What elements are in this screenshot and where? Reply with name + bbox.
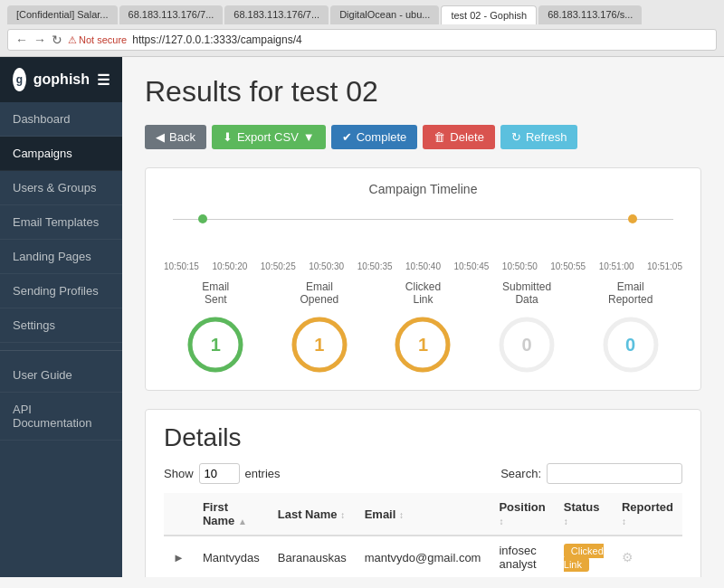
sidebar-item-dashboard[interactable]: Dashboard: [0, 102, 122, 137]
url-display[interactable]: https://127.0.0.1:3333/campaigns/4: [132, 33, 709, 46]
back-nav-button[interactable]: ←: [15, 33, 28, 47]
sidebar-item-settings[interactable]: Settings: [0, 308, 122, 343]
browser-chrome: [Confidential] Salar... 68.183.113.176/7…: [0, 0, 724, 57]
browser-tab-2[interactable]: 68.183.113.176/7...: [224, 5, 329, 24]
sidebar-item-api-docs[interactable]: API Documentation: [0, 393, 122, 441]
stat-email-opened-label: EmailOpened: [288, 280, 351, 306]
search-label: Search:: [500, 467, 541, 480]
col-position[interactable]: Position ↕: [490, 493, 554, 536]
col-reported[interactable]: Reported ↕: [613, 493, 682, 536]
sidebar-item-settings-label: Settings: [13, 318, 55, 332]
entries-input[interactable]: [199, 463, 240, 484]
sidebar-divider: [0, 350, 122, 351]
browser-tab-5[interactable]: 68.183.113.176/s...: [538, 5, 642, 24]
browser-tabs: [Confidential] Salar... 68.183.113.176/7…: [7, 5, 717, 24]
refresh-icon: ↻: [511, 130, 521, 144]
status-badge: Clicked Link: [564, 544, 604, 572]
details-table: First Name ▲ Last Name ↕ Email ↕ Positio…: [164, 493, 682, 577]
sort-icon-reported: ↕: [622, 517, 626, 526]
check-icon: ✔: [342, 130, 352, 144]
cell-reported: ⚙: [613, 536, 682, 577]
delete-button[interactable]: 🗑 Delete: [423, 125, 495, 149]
dropdown-icon: ▼: [303, 130, 315, 144]
sidebar-item-landing-pages-label: Landing Pages: [13, 250, 91, 263]
sidebar-item-users-label: Users & Groups: [13, 181, 96, 194]
sidebar-item-dashboard-label: Dashboard: [13, 112, 71, 126]
back-icon: ◀: [156, 130, 165, 144]
sort-icon-email: ↕: [399, 510, 404, 520]
col-email[interactable]: Email ↕: [356, 493, 491, 536]
main-content: Results for test 02 ◀ ◄ Back Back ⬇ Expo…: [122, 57, 724, 577]
trash-icon: 🗑: [433, 130, 445, 144]
timeline-title: Campaign Timeline: [164, 182, 682, 196]
forward-nav-button[interactable]: →: [33, 33, 46, 47]
refresh-button[interactable]: ↻ Refresh: [500, 125, 578, 149]
stat-email-sent: EmailSent 1: [184, 280, 247, 376]
timeline-labels: 10:50:15 10:50:20 10:50:25 10:50:30 10:5…: [164, 261, 682, 271]
sidebar-item-email-templates-label: Email Templates: [13, 215, 99, 229]
sort-icon-status: ↕: [564, 517, 568, 526]
sort-icon-first-name: ▲: [238, 517, 247, 526]
export-icon: ⬇: [223, 130, 233, 144]
col-expand: [164, 493, 194, 536]
col-last-name[interactable]: Last Name ↕: [269, 493, 356, 536]
stat-submitted-data-label: SubmittedData: [495, 280, 558, 306]
complete-button[interactable]: ✔ Complete: [331, 125, 418, 149]
sidebar-logo: g gophish ☰: [0, 57, 122, 102]
page-title: Results for test 02: [145, 75, 701, 109]
sidebar-item-email-templates[interactable]: Email Templates: [0, 205, 122, 240]
stat-clicked-link-circle: 1: [391, 313, 454, 376]
entries-label: entries: [245, 467, 281, 480]
warning-icon: ⚠: [68, 34, 77, 46]
cell-status: Clicked Link: [555, 536, 613, 577]
details-title: Details: [164, 423, 682, 452]
sidebar-item-sending-profiles[interactable]: Sending Profiles: [0, 274, 122, 308]
row-expand[interactable]: ►: [164, 536, 194, 577]
col-first-name[interactable]: First Name ▲: [194, 493, 269, 536]
stat-submitted-data: SubmittedData 0: [495, 280, 558, 376]
logo-text: gophish: [33, 71, 90, 88]
stats-row: EmailSent 1 EmailOpened: [164, 280, 682, 376]
sidebar-item-api-docs-label: API Documentation: [13, 403, 91, 430]
search-input[interactable]: [547, 463, 682, 484]
sidebar-item-campaigns-label: Campaigns: [13, 147, 72, 160]
col-status[interactable]: Status ↕: [555, 493, 613, 536]
details-section: Details Show entries Search: First Name …: [145, 409, 701, 577]
stat-submitted-data-circle: 0: [495, 313, 558, 376]
address-bar: ← → ↻ ⚠ Not secure https://127.0.0.1:333…: [7, 29, 717, 51]
cell-position: infosec analyst: [490, 536, 554, 577]
sidebar-item-campaigns[interactable]: Campaigns: [0, 137, 122, 171]
sidebar-item-user-guide-label: User Guide: [13, 368, 72, 382]
browser-tab-1[interactable]: 68.183.113.176/7...: [119, 5, 224, 24]
stat-email-sent-circle: 1: [184, 313, 247, 376]
app-layout: g gophish ☰ Dashboard Campaigns Users & …: [0, 57, 724, 577]
cell-last-name: Baranauskas: [269, 536, 356, 577]
stat-email-sent-label: EmailSent: [184, 280, 247, 306]
search-box: Search:: [500, 463, 682, 484]
show-entries: Show entries: [164, 463, 281, 484]
table-controls: Show entries Search:: [164, 463, 682, 484]
browser-tab-4[interactable]: test 02 - Gophish: [441, 5, 537, 24]
show-label: Show: [164, 467, 194, 480]
stat-clicked-link-label: ClickedLink: [391, 280, 454, 306]
stat-email-reported-label: EmailReported: [599, 280, 662, 306]
table-header: First Name ▲ Last Name ↕ Email ↕ Positio…: [164, 493, 682, 536]
browser-tab-3[interactable]: DigitalOcean - ubu...: [330, 5, 439, 24]
sidebar-item-landing-pages[interactable]: Landing Pages: [0, 240, 122, 274]
sidebar-item-user-guide[interactable]: User Guide: [0, 358, 122, 393]
back-button[interactable]: ◀ ◄ Back Back: [145, 125, 206, 149]
campaign-timeline-section: Campaign Timeline 10:50:15 10:50:20 10:5…: [145, 167, 701, 391]
sidebar-item-users-groups[interactable]: Users & Groups: [0, 171, 122, 205]
sidebar-nav: Dashboard Campaigns Users & Groups Email…: [0, 102, 122, 577]
table-body: ► Mantvydas Baranauskas mantvydo@gmail.c…: [164, 536, 682, 577]
timeline-chart: [173, 205, 673, 260]
cell-first-name: Mantvydas: [194, 536, 269, 577]
logo-icon: g: [13, 68, 26, 91]
expand-icon: ►: [173, 551, 185, 564]
stat-email-reported: EmailReported 0: [599, 280, 662, 376]
browser-tab-0[interactable]: [Confidential] Salar...: [7, 5, 118, 24]
reload-button[interactable]: ↻: [52, 33, 62, 47]
export-csv-button[interactable]: ⬇ Export CSV ▼: [212, 125, 326, 149]
hamburger-icon[interactable]: ☰: [97, 71, 110, 89]
cell-email: mantvydo@gmail.com: [356, 536, 491, 577]
